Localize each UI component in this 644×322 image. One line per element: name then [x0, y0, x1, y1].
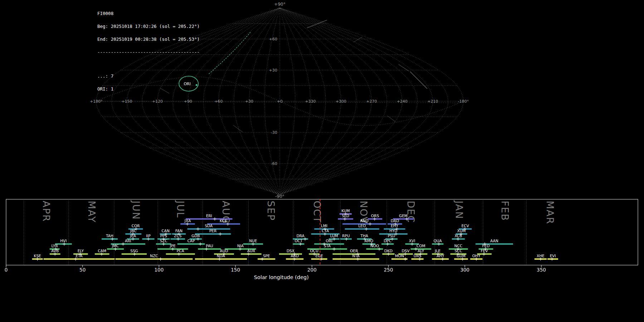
end-time-line: End: 20251019 00:28:38 (sol = 205.53°) [97, 37, 200, 42]
shower-code-label: ZCS [174, 234, 182, 238]
shower-code-label: AUR [247, 249, 255, 253]
month-label: JUL [175, 200, 186, 218]
shower-code-label: SLD [342, 214, 350, 218]
shower-code-label: FED [482, 244, 490, 248]
shower-code-label: EGE [315, 254, 323, 258]
shower-activity-bar [475, 243, 513, 245]
shower-code-label: ALY [418, 249, 424, 253]
shower-code-label: DAD [391, 219, 399, 223]
shower-activity-bar [102, 238, 118, 240]
shower-code-label: SCC [454, 249, 462, 253]
shower-code-label: LEO [358, 224, 366, 228]
shower-peak-marker [213, 218, 216, 221]
shower-code-label: FAN [175, 229, 182, 233]
shower-code-label: KCG [220, 219, 228, 223]
ra-tick-label: +240 [397, 99, 408, 104]
x-tick-label: 150 [231, 267, 240, 273]
shower-code-label: ARD [291, 254, 299, 258]
shower-code-label: URS [414, 254, 421, 258]
month-label: SEP [265, 201, 277, 221]
shower-code-label: NUE [249, 239, 257, 243]
ori-count-line: ORI: 1 [97, 87, 200, 91]
shower-code-label: OHY [472, 254, 480, 258]
shower-code-label: ELY [78, 249, 84, 253]
shower-code-label: NTA [352, 254, 360, 258]
shower-activity-bar [195, 233, 231, 235]
shower-code-label: JPE [170, 244, 176, 248]
x-axis-label: Solar longitude (deg) [254, 274, 309, 280]
shower-code-label: LYR [52, 244, 58, 248]
sky-map: ORI+180°+150+120+90+60+30+0+330+300+270+… [0, 0, 644, 199]
shower-code-label: PCA [177, 249, 185, 253]
shower-peak-marker [404, 258, 407, 261]
sporadic-meteor-trail [307, 20, 327, 28]
shower-peak-marker [159, 258, 162, 261]
shower-code-label: XCB [455, 234, 462, 238]
shower-code-label: GUM [457, 254, 465, 258]
sporadic-meteor-trail [387, 116, 395, 122]
shower-activity-bar [411, 258, 424, 260]
shower-activity-bar [116, 258, 193, 260]
shower-peak-marker [122, 243, 125, 246]
shower-activity-bar [293, 243, 304, 245]
shower-code-label: OCT [294, 239, 303, 243]
shower-code-label: JXA [184, 219, 191, 223]
shower-code-label: DSX [287, 249, 294, 253]
shower-code-label: NDA [217, 254, 225, 258]
shower-code-label: GDR [191, 234, 200, 238]
shower-peak-marker [196, 228, 200, 231]
shower-code-label: PER [209, 229, 216, 233]
shower-activity-bar [333, 258, 379, 260]
ra-tick-label: +300 [336, 99, 346, 104]
shower-code-label: NOO [370, 244, 379, 248]
shower-code-label: JEA [130, 234, 136, 238]
station-code: FI0008 [97, 11, 200, 16]
month-label: FEB [499, 201, 511, 221]
shower-code-label: QUA [434, 239, 442, 243]
x-tick-label: 300 [460, 267, 469, 273]
shower-code-label: ORI [326, 239, 333, 243]
shower-code-label: PPS [160, 234, 167, 238]
shower-code-label: PSU [388, 234, 395, 238]
begin-time-line: Beg: 20251018 17:02:26 (sol = 205.22°) [97, 24, 200, 29]
dec-tick-label: -60 [271, 161, 277, 166]
shower-code-label: JBC [130, 229, 136, 233]
x-tick-label: 0 [5, 267, 8, 273]
ra-tick-label: +0 [277, 99, 283, 104]
sporadic-meteor-trail [399, 64, 409, 71]
pole-label: +90° [274, 2, 285, 7]
shower-code-label: SPE [263, 254, 270, 258]
shower-code-label: LUM [330, 234, 338, 238]
shower-activity-bar [432, 258, 449, 260]
shower-code-label: AHY [436, 254, 444, 258]
month-label: MAY [86, 201, 97, 223]
shower-code-label: COR [132, 224, 140, 228]
x-tick-label: 100 [155, 267, 164, 273]
shower-code-label: RPU [342, 234, 350, 238]
shower-activity-bar [258, 258, 275, 260]
shower-code-label: MON [395, 254, 404, 258]
month-label: MAR [545, 201, 556, 225]
ecliptic-segment [96, 101, 459, 126]
shower-code-label: NCC [454, 244, 463, 248]
shower-activity-chart: APRMAYJUNJULAUGSEPOCTNOVDECJANFEBMARKUME… [0, 199, 644, 322]
sporadic-meteor-trail [410, 72, 427, 89]
ori-meteor-trail [209, 32, 250, 74]
x-tick-label: 200 [307, 267, 317, 273]
shower-code-label: NIA [237, 244, 244, 248]
shower-code-label: SSG [130, 249, 138, 253]
shower-peak-marker [219, 233, 222, 236]
shower-activity-bar [44, 258, 115, 260]
dec-tick-label: -30 [271, 130, 277, 135]
shower-code-label: DKD [384, 249, 392, 253]
shower-code-label: EVI [550, 254, 556, 258]
x-tick-label: 250 [384, 267, 393, 273]
info-gap [97, 63, 200, 65]
shower-peak-marker [332, 248, 336, 251]
shower-code-label: PAU [206, 244, 213, 248]
sporadic-count-line: ...: 7 [97, 74, 200, 78]
shower-code-label: HYD [389, 229, 397, 233]
ra-tick-label: +60 [214, 99, 223, 104]
shower-code-label: CTA [322, 229, 329, 233]
month-label: OCT [312, 201, 323, 223]
